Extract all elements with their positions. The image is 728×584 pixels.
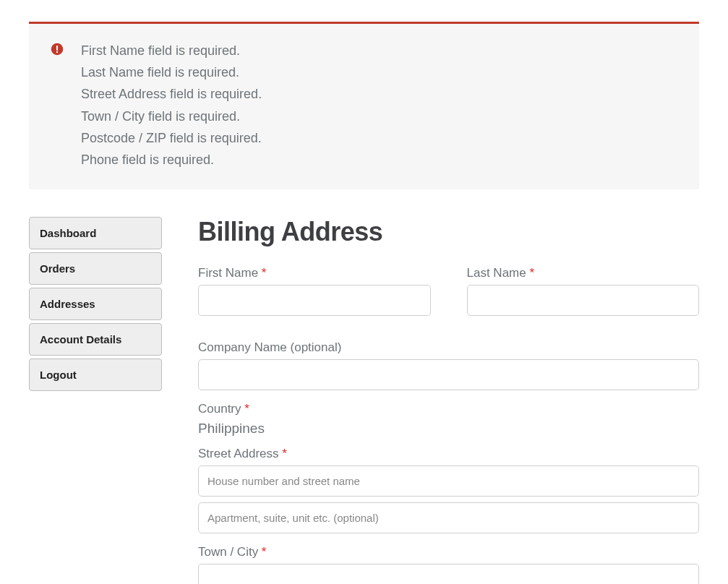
required-mark: * [282,447,287,460]
sidebar-item-logout[interactable]: Logout [29,358,162,391]
street-label: Street Address * [198,447,699,461]
last-name-label-text: Last Name [467,266,530,280]
sidebar-item-addresses[interactable]: Addresses [29,288,162,320]
error-messages: First Name field is required. Last Name … [81,40,262,171]
error-message: Street Address field is required. [81,83,262,105]
content-area: Dashboard Orders Addresses Account Detai… [29,217,699,584]
street-line2-field[interactable] [198,502,699,533]
street-field-wrap: Street Address * [198,447,699,533]
error-banner: First Name field is required. Last Name … [29,22,699,189]
error-message: Last Name field is required. [81,61,262,83]
svg-rect-2 [56,51,58,53]
country-value: Philippines [198,421,699,437]
billing-form: Billing Address First Name * Last Name *… [198,217,699,584]
sidebar-item-account-details[interactable]: Account Details [29,323,162,356]
company-field[interactable] [198,359,699,390]
last-name-field[interactable] [467,285,700,316]
company-field-wrap: Company Name (optional) [198,340,699,390]
first-name-label: First Name * [198,266,431,280]
page-title: Billing Address [198,217,699,247]
street-label-text: Street Address [198,447,282,460]
last-name-field-wrap: Last Name * [467,266,700,316]
company-label: Company Name (optional) [198,340,699,355]
city-label: Town / City * [198,545,699,559]
country-label: Country * [198,402,699,416]
last-name-label: Last Name * [467,266,700,280]
required-mark: * [529,266,534,280]
first-name-field[interactable] [198,285,431,316]
error-message: Phone field is required. [81,149,262,171]
first-name-label-text: First Name [198,266,262,280]
required-mark: * [262,266,267,280]
city-label-text: Town / City [198,545,262,559]
sidebar: Dashboard Orders Addresses Account Detai… [29,217,162,394]
city-field-wrap: Town / City * [198,545,699,584]
country-field-wrap: Country * Philippines [198,402,699,437]
sidebar-item-dashboard[interactable]: Dashboard [29,217,162,249]
required-mark: * [244,402,249,416]
street-line1-field[interactable] [198,465,699,497]
svg-rect-1 [56,46,58,51]
error-message: First Name field is required. [81,40,262,61]
required-mark: * [262,545,267,559]
sidebar-item-orders[interactable]: Orders [29,252,162,285]
city-field[interactable] [198,564,699,584]
country-label-text: Country [198,402,244,416]
error-message: Town / City field is required. [81,106,262,127]
first-name-field-wrap: First Name * [198,266,431,316]
error-message: Postcode / ZIP field is required. [81,127,262,149]
error-icon [51,43,64,56]
